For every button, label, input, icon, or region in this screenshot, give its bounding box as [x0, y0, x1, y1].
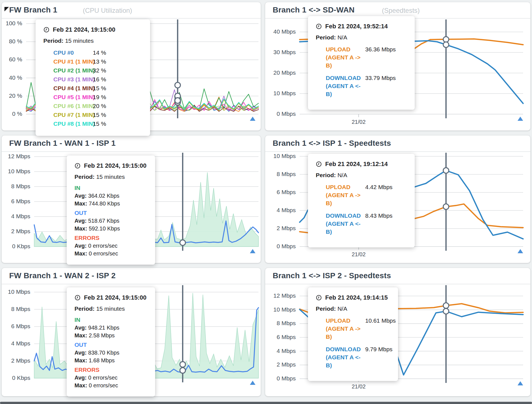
y-axis-label: 0 Mbps	[265, 243, 296, 250]
y-axis-label: 8 Mbps	[2, 306, 30, 312]
y-axis-label: 20 Mbps	[265, 69, 296, 76]
tooltip-period: Period: N/A	[316, 172, 408, 179]
expand-triangle-icon[interactable]	[518, 117, 523, 121]
chart-tooltip: Feb 21 2024, 19:15:00Period: 15 minutesI…	[67, 287, 155, 397]
y-axis-label: 2 Mbps	[2, 357, 30, 364]
clock-icon	[316, 161, 322, 167]
legend-row: CPU #4 (1 MIN)15 %	[43, 84, 143, 92]
tooltip-date-text: Feb 21 2024, 19:15:00	[84, 294, 146, 301]
corner-fold-icon	[4, 7, 9, 12]
legend-row: CPU #7 (1 MIN)15 %	[43, 111, 143, 119]
tooltip-date-text: Feb 21 2024, 19:15:00	[84, 162, 146, 169]
legend-row: UPLOAD (AGENT A -> B)4.42 Mbps	[316, 183, 408, 207]
expand-triangle-icon[interactable]	[518, 249, 523, 253]
legend-label: CPU #6 (1 MIN)	[53, 102, 95, 110]
clock-icon	[74, 163, 81, 169]
y-axis-label: 20 %	[2, 92, 22, 99]
crosshair-marker	[180, 368, 185, 373]
tooltip-stat-line: Max: 592.10 Kbps	[74, 225, 148, 232]
y-axis-label: 10 Mbps	[2, 168, 30, 175]
expand-triangle-icon[interactable]	[518, 381, 523, 385]
tooltip-stat-line: Max: 0 errors/sec	[74, 250, 148, 257]
crosshair-marker	[443, 42, 449, 47]
legend-label: UPLOAD (AGENT A -> B)	[326, 183, 367, 207]
expand-triangle-icon[interactable]	[250, 117, 255, 121]
legend-label: UPLOAD (AGENT A -> B)	[326, 317, 367, 341]
chart-tooltip: Feb 21 2024, 19:52:14Period: N/AUPLOAD (…	[308, 16, 415, 110]
y-axis-label: 60 %	[2, 56, 22, 63]
chart-tooltip: Feb 21 2024, 19:12:14Period: N/AUPLOAD (…	[308, 154, 415, 247]
y-axis-label: 4 Mbps	[2, 213, 30, 220]
tooltip-stat-line: Max: 0 errors/sec	[74, 382, 148, 389]
x-axis-label: 21/02	[352, 119, 366, 125]
legend-row: CPU #8 (1 MIN)15 %	[43, 120, 143, 128]
tooltip-section-header: IN	[74, 185, 148, 191]
panel-header: FW Branch 1 - WAN 2 - ISP 2	[2, 268, 261, 284]
crosshair-marker	[443, 204, 449, 209]
y-axis-label: 8 Mbps	[265, 320, 296, 327]
legend-value: 8.43 Mbps	[365, 212, 392, 220]
legend-label: UPLOAD (AGENT A -> B)	[326, 45, 367, 69]
y-axis-label: 12 Mbps	[265, 292, 296, 299]
y-axis-label: 40 %	[2, 74, 22, 81]
legend-value: 36.36 Mbps	[365, 45, 396, 53]
crosshair-marker	[180, 240, 185, 245]
crosshair-marker	[443, 37, 449, 42]
window-bottom-edge	[0, 402, 532, 404]
tooltip-timestamp: Feb 21 2024, 19:52:14	[316, 23, 408, 30]
tooltip-timestamp: Feb 21 2024, 19:15:00	[43, 26, 143, 33]
legend-value: 33.79 Mbps	[365, 74, 396, 82]
legend-value: 9.79 Mbps	[365, 345, 392, 353]
y-axis-label: 12 Mbps	[2, 153, 30, 160]
y-axis-label: 10 Mbps	[265, 153, 296, 159]
y-axis-label: 10 Mbps	[2, 288, 30, 295]
tooltip-section-header: IN	[74, 317, 148, 323]
panel-header: FW Branch 1 (CPU Utilization)	[2, 2, 261, 19]
tooltip-stat-line: Avg: 0 errors/sec	[74, 242, 148, 250]
legend-label: CPU #1 (1 MIN)	[53, 57, 95, 66]
legend-label: CPU #0	[53, 49, 74, 57]
panel-wan1-isp1: FW Branch 1 - WAN 1 - ISP 1 12 Mbps10 Mb…	[2, 135, 261, 263]
legend-value: 20 %	[93, 102, 106, 110]
chart-tooltip: Feb 21 2024, 19:15:00Period: 15 minutesC…	[36, 19, 150, 136]
legend-value: 13 %	[93, 57, 106, 66]
crosshair-marker	[443, 168, 449, 173]
legend-row: UPLOAD (AGENT A -> B)10.61 Mbps	[316, 317, 391, 341]
legend-label: CPU #5 (1 MIN)	[53, 93, 95, 101]
y-axis-label: 10 Mbps	[265, 90, 296, 97]
tooltip-section-header: ERRORS	[74, 235, 148, 241]
x-axis-label: 21/02	[352, 383, 366, 390]
y-axis-label: 0 Mbps	[265, 111, 296, 117]
tooltip-timestamp: Feb 21 2024, 19:15:00	[74, 162, 148, 169]
panel-header: Branch 1 <-> ISP 1 - Speedtests	[265, 135, 530, 152]
tooltip-period: Period: N/A	[316, 34, 408, 41]
y-axis-label: 4 Mbps	[265, 207, 296, 214]
tooltip-section-header: OUT	[74, 210, 148, 216]
tooltip-period: Period: 15 minutes	[74, 174, 148, 180]
y-axis-label: 2 Mbps	[265, 361, 296, 368]
legend-value: 10.61 Mbps	[365, 317, 396, 325]
crosshair-marker	[180, 362, 185, 367]
expand-triangle-icon[interactable]	[250, 381, 255, 385]
expand-triangle-icon[interactable]	[250, 249, 255, 253]
chart-tooltip: Feb 21 2024, 19:14:15Period: N/AUPLOAD (…	[308, 287, 398, 381]
legend-value: 19 %	[93, 93, 106, 101]
clock-icon	[316, 295, 322, 301]
y-axis-label: 2 Mbps	[265, 225, 296, 232]
tooltip-date-text: Feb 21 2024, 19:14:15	[325, 294, 388, 301]
tooltip-period: Period: N/A	[316, 305, 391, 312]
legend-label: DOWNLOAD (AGENT A <- B)	[326, 212, 367, 236]
panel-header: FW Branch 1 - WAN 1 - ISP 1	[2, 135, 261, 152]
y-axis-label: 0 Mbps	[265, 375, 296, 382]
legend-label: CPU #2 (1 MIN)	[53, 66, 95, 74]
tooltip-timestamp: Feb 21 2024, 19:12:14	[316, 160, 408, 168]
legend-row: CPU #014 %	[43, 49, 143, 57]
tooltip-stat-line: Max: 744.80 Kbps	[74, 200, 148, 207]
tooltip-stat-line: Avg: 518.67 Kbps	[74, 217, 148, 225]
tooltip-stat-line: Avg: 364.02 Kbps	[74, 192, 148, 200]
y-axis-label: 10 Mbps	[265, 306, 296, 313]
tooltip-date-text: Feb 21 2024, 19:15:00	[53, 26, 115, 33]
legend-label: CPU #7 (1 MIN)	[53, 111, 95, 119]
y-axis-label: 8 Mbps	[2, 183, 30, 190]
panel-title: Branch 1 <-> SD-WAN	[273, 6, 355, 14]
